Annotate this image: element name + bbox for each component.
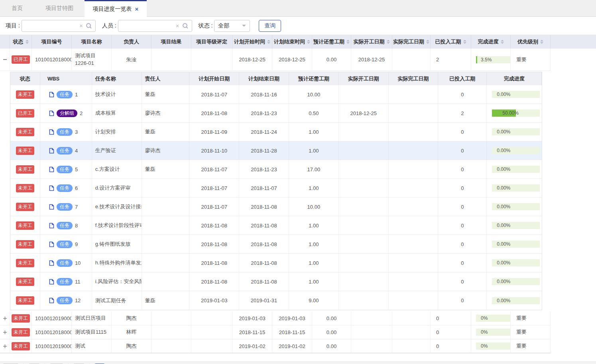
wbs-number: 9 (75, 241, 78, 247)
expand-icon[interactable] (0, 339, 10, 353)
task-actual-end-cell (389, 179, 439, 197)
column-header-owner[interactable]: 负责人 (112, 35, 151, 49)
sub-column-status: 状态 (10, 72, 40, 85)
remain-cell: 0.00 (312, 339, 351, 353)
column-header-actual-start[interactable]: 实际开工日期 (351, 35, 392, 49)
task-actual-start-cell (339, 235, 389, 253)
expand-icon[interactable] (0, 311, 10, 325)
task-actual-end-cell (389, 104, 439, 122)
task-row[interactable]: 未开工 任务 5 c.方案设计 董磊 2018-11-07 2018-11-23… (10, 160, 542, 179)
progress-bar: 0.00% (492, 184, 540, 192)
task-name-cell: e.技术设计及设计接口 (92, 198, 142, 216)
tab-progress-list[interactable]: 项目进度一览表 × (85, 0, 147, 17)
document-icon[interactable] (49, 148, 54, 154)
status-badge: 未开工 (12, 314, 30, 323)
table-row-project-expanded[interactable]: 已开工 1010012018000 测试项目1226-01 朱淦 2018-12… (0, 49, 551, 71)
grade-cell (191, 49, 232, 70)
task-actual-end-cell (389, 254, 439, 272)
clear-icon[interactable]: × (79, 23, 83, 29)
column-header-grade[interactable]: 项目等级评定 (191, 35, 232, 49)
progress-bar: 0.00% (492, 91, 540, 98)
progress-label: 0.00% (497, 278, 510, 285)
sub-column-actual-end: 实际完工日期 (389, 72, 439, 85)
document-icon[interactable] (49, 166, 54, 172)
status-select[interactable]: 全部 (214, 20, 250, 32)
wbs-number: 1 (75, 92, 78, 98)
column-header-result[interactable]: 项目结果 (151, 35, 191, 49)
remain-cell: 0.00 (312, 311, 351, 325)
sort-icon (501, 38, 504, 45)
task-row[interactable]: 未开工 任务 9 g.铸件图纸发放 2018-11-08 2018-11-08 … (10, 235, 542, 254)
document-icon[interactable] (49, 129, 54, 135)
task-row[interactable]: 已开工 分解组 2 成本核算 廖诗杰 2018-11-08 2018-11-23… (10, 104, 542, 123)
clear-icon[interactable]: × (176, 23, 179, 29)
task-invested-cell: 0 (438, 291, 487, 310)
column-header-plan-start[interactable]: 计划开始时间 (232, 35, 272, 49)
task-plan-end-cell: 2018-11-08 (239, 216, 289, 235)
task-invested-cell: 0 (438, 85, 487, 104)
task-row[interactable]: 未开工 任务 3 计划安排 董磊 2018-11-09 2018-11-24 1… (10, 123, 542, 141)
tab-gantt[interactable]: 项目甘特图 (34, 0, 85, 16)
task-owner-cell (142, 179, 190, 197)
document-icon[interactable] (49, 110, 54, 116)
table-row-project[interactable]: 未开工 1010012019000 测试日历项目 陶杰 2019-01-03 2… (0, 311, 551, 325)
document-icon[interactable] (49, 279, 54, 285)
search-icon[interactable] (182, 23, 189, 29)
wbs-number: 4 (75, 148, 78, 154)
task-row[interactable]: 未开工 任务 4 生产验证 廖诗杰 2018-11-10 2018-11-28 … (10, 141, 542, 160)
invested-cell: 2 (431, 49, 471, 70)
actual-start-cell (351, 339, 392, 353)
task-name-cell: 成本核算 (92, 104, 142, 122)
column-header-invested[interactable]: 已投入工期 (431, 35, 471, 49)
document-icon[interactable] (49, 241, 54, 247)
column-header-project-name[interactable]: 项目名称 (72, 35, 112, 49)
document-icon[interactable] (49, 204, 54, 210)
table-row-project[interactable]: 未开工 1010012018000 测试项目1115 林晖 2018-11-15… (0, 325, 551, 339)
project-filter-input[interactable]: × (22, 20, 96, 32)
progress-cell: 3.5% (471, 49, 511, 70)
column-header-plan-end[interactable]: 计划结束时间 (272, 35, 312, 49)
query-button[interactable]: 查询 (259, 20, 281, 32)
column-header-progress[interactable]: 完成进度 (471, 35, 511, 49)
task-status-cell: 未开工 (10, 123, 40, 141)
document-icon[interactable] (49, 297, 54, 303)
wbs-number: 5 (75, 166, 78, 172)
expand-icon[interactable] (0, 325, 10, 339)
task-plan-start-cell: 2018-11-07 (189, 160, 239, 178)
search-icon[interactable] (86, 23, 92, 29)
task-plan-end-cell: 2018-11-08 (239, 254, 289, 272)
column-header-actual-end[interactable]: 实际完工日期 (392, 35, 431, 49)
tab-bar: 首页 项目甘特图 项目进度一览表 × (0, 0, 596, 17)
person-filter-input[interactable]: × (118, 20, 192, 32)
task-progress-cell: 0.00% (487, 179, 542, 197)
task-row[interactable]: 未开工 任务 11 i.风险评估：安全风险 2018-11-08 2018-11… (10, 272, 542, 291)
tab-home[interactable]: 首页 (0, 0, 34, 16)
task-row[interactable]: 未开工 任务 6 d.设计方案评审 2018-11-07 2018-11-07 … (10, 179, 542, 198)
task-owner-cell: 董磊 (142, 85, 190, 104)
task-row[interactable]: 未开工 任务 8 f.技术设计阶段性评审 2018-11-08 2018-11-… (10, 216, 542, 235)
result-cell (151, 311, 191, 325)
task-status-cell: 未开工 (10, 272, 40, 291)
task-row[interactable]: 未开工 任务 1 技术设计 董磊 2018-11-07 2018-11-16 1… (10, 85, 542, 104)
task-row[interactable]: 未开工 任务 12 测试工期任务 董磊 2019-01-03 2019-01-3… (10, 291, 542, 310)
column-header-remain[interactable]: 预计还需工期 (312, 35, 351, 49)
document-icon[interactable] (49, 185, 54, 191)
wbs-badge: 任务 (57, 184, 73, 192)
status-filter-label: 状态 : (199, 22, 213, 29)
task-row[interactable]: 未开工 任务 10 h.特殊外购件清单发放 2018-11-08 2018-11… (10, 254, 542, 272)
plan-end-cell: 2019-01-02 (272, 339, 312, 353)
column-header-priority[interactable]: 优先级别 (511, 35, 551, 49)
document-icon[interactable] (49, 92, 54, 98)
progress-bar: 0.00% (492, 203, 540, 210)
task-name-cell: 计划安排 (92, 123, 142, 141)
plan-start-cell: 2019-01-03 (232, 311, 272, 325)
document-icon[interactable] (49, 223, 54, 229)
document-icon[interactable] (49, 260, 54, 266)
column-header-status[interactable]: 状态 (10, 35, 32, 49)
column-header-project-number[interactable]: 项目编号 (32, 35, 72, 49)
collapse-icon[interactable] (0, 49, 10, 70)
close-icon[interactable]: × (135, 6, 139, 12)
table-row-project[interactable]: 未开工 1010012019000 测试 陶杰 2019-01-02 2019-… (0, 339, 551, 353)
task-row[interactable]: 未开工 任务 7 e.技术设计及设计接口 2018-11-07 2018-11-… (10, 198, 542, 216)
progress-bar: 3.5% (476, 56, 510, 63)
